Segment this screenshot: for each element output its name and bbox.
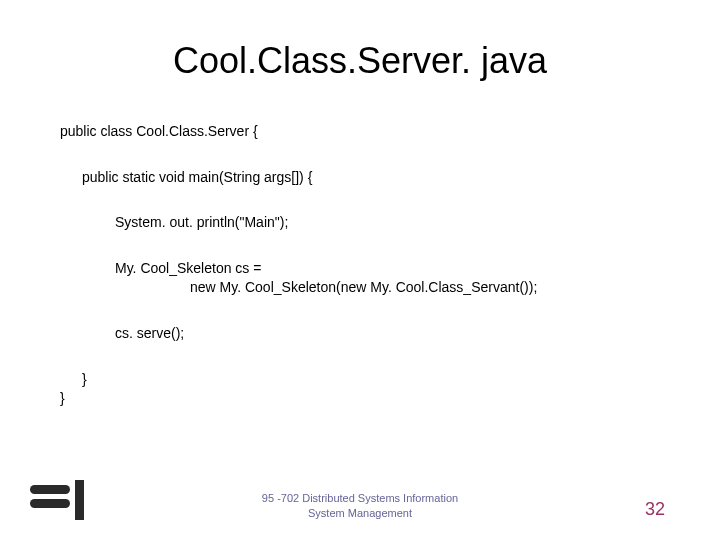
- svg-rect-0: [30, 485, 70, 494]
- code-line: cs. serve();: [115, 324, 660, 344]
- code-line: System. out. println("Main");: [115, 213, 660, 233]
- code-line: My. Cool_Skeleton cs =: [115, 259, 660, 279]
- code-line: public static void main(String args[]) {: [82, 168, 660, 188]
- footer-line2: System Management: [308, 507, 412, 519]
- svg-rect-1: [30, 499, 70, 508]
- svg-rect-2: [75, 480, 84, 520]
- footer-line1: 95 -702 Distributed Systems Information: [262, 492, 458, 504]
- code-block: public class Cool.Class.Server { public …: [60, 122, 660, 409]
- code-line: public class Cool.Class.Server {: [60, 122, 660, 142]
- footer: 95 -702 Distributed Systems Information …: [0, 480, 720, 520]
- logo-icon: [30, 480, 85, 520]
- slide-title: Cool.Class.Server. java: [60, 40, 660, 82]
- page-number: 32: [645, 499, 665, 520]
- code-line: }: [82, 370, 660, 390]
- footer-text: 95 -702 Distributed Systems Information …: [262, 491, 458, 520]
- code-line: new My. Cool_Skeleton(new My. Cool.Class…: [190, 278, 660, 298]
- code-line: }: [60, 389, 660, 409]
- slide: Cool.Class.Server. java public class Coo…: [0, 0, 720, 540]
